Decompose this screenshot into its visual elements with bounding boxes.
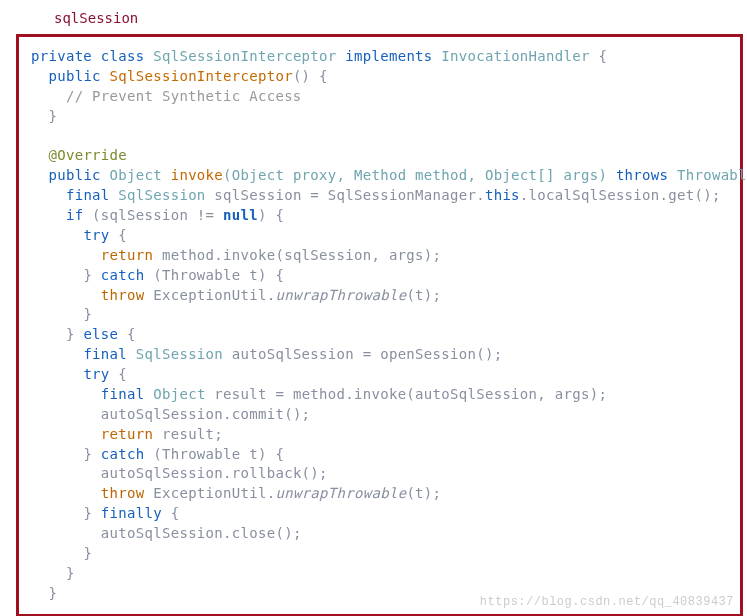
kw-final: final [101,386,145,402]
kw-else: else [83,326,118,342]
annotation-override: @Override [48,147,127,163]
type-sqlsession: SqlSession [136,346,223,362]
code-line: autoSqlSession.rollback(); [31,464,728,484]
code-line: try { [31,365,728,385]
code-line: throw ExceptionUtil.unwrapThrowable(t); [31,484,728,504]
code-line: return method.invoke(sqlSession, args); [31,246,728,266]
code-line: autoSqlSession.commit(); [31,405,728,425]
code-line: } catch (Throwable t) { [31,266,728,286]
kw-finally: finally [101,505,162,521]
kw-null: null [223,207,258,223]
kw-throw: throw [101,287,145,303]
kw-try: try [83,227,109,243]
code-line: final SqlSession autoSqlSession = openSe… [31,345,728,365]
code-line: } catch (Throwable t) { [31,445,728,465]
type-sqlsession: SqlSession [118,187,205,203]
code-container: private class SqlSessionInterceptor impl… [16,34,743,616]
kw-if: if [66,207,83,223]
kw-try: try [83,366,109,382]
type-name: InvocationHandler [441,48,589,64]
static-method: unwrapThrowable [275,485,406,501]
kw-this: this [485,187,520,203]
code-line: public SqlSessionInterceptor() { [31,67,728,87]
code-line: final SqlSession sqlSession = SqlSession… [31,186,728,206]
type-object: Object [110,167,162,183]
code-line: } else { [31,325,728,345]
watermark: https://blog.csdn.net/qq_40839437 [480,594,734,611]
kw-final: final [66,187,110,203]
kw-private: private [31,48,92,64]
code-line: public Object invoke(Object proxy, Metho… [31,166,728,186]
type-name: SqlSessionInterceptor [153,48,336,64]
code-line: throw ExceptionUtil.unwrapThrowable(t); [31,286,728,306]
code-line: // Prevent Synthetic Access [31,87,728,107]
code-line: try { [31,226,728,246]
code-line [31,127,728,147]
kw-catch: catch [101,267,145,283]
code-line: } [31,544,728,564]
kw-throw: throw [101,485,145,501]
kw-class: class [101,48,145,64]
kw-public: public [48,68,100,84]
code-line: return result; [31,425,728,445]
code-line: } [31,107,728,127]
method-invoke: invoke [171,167,223,183]
kw-throws: throws [616,167,668,183]
static-method: unwrapThrowable [275,287,406,303]
kw-public: public [48,167,100,183]
kw-return: return [101,247,153,263]
kw-implements: implements [345,48,432,64]
code-line: if (sqlSession != null) { [31,206,728,226]
comment: // Prevent Synthetic Access [66,88,302,104]
kw-catch: catch [101,446,145,462]
kw-return: return [101,426,153,442]
snippet-title: sqlSession [54,10,747,26]
code-line: } [31,305,728,325]
constructor-name: SqlSessionInterceptor [110,68,293,84]
code-line: } [31,564,728,584]
code-line: } finally { [31,504,728,524]
code-line: final Object result = method.invoke(auto… [31,385,728,405]
kw-final: final [83,346,127,362]
code-line: @Override [31,146,728,166]
code-line: private class SqlSessionInterceptor impl… [31,47,728,67]
code-line: autoSqlSession.close(); [31,524,728,544]
